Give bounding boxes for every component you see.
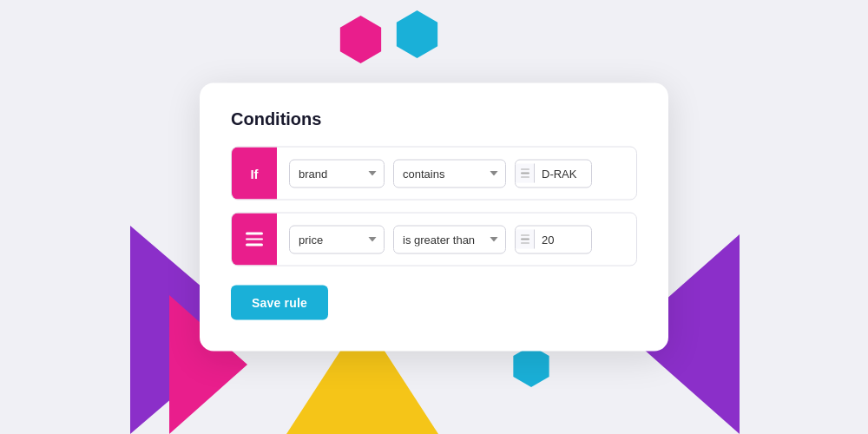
row1-value-wrapper bbox=[515, 159, 592, 187]
row1-operator-select[interactable]: contains equals starts with ends with bbox=[393, 159, 506, 187]
row1-field-select[interactable]: brand price category name bbox=[289, 159, 385, 187]
menu-badge bbox=[232, 214, 277, 266]
row2-field-select[interactable]: brand price category name bbox=[289, 225, 385, 253]
row2-controls: brand price category name is greater tha… bbox=[277, 214, 636, 264]
row2-operator-select[interactable]: is greater than is less than equals cont… bbox=[393, 225, 506, 253]
conditions-card: Conditions If brand price category name … bbox=[200, 83, 668, 352]
hex-blue-top-shape bbox=[393, 10, 441, 58]
if-badge: If bbox=[232, 148, 277, 200]
row2-value-wrapper bbox=[515, 225, 592, 253]
row1-controls: brand price category name contains equal… bbox=[277, 148, 636, 198]
row2-drag-handle[interactable] bbox=[516, 229, 535, 249]
row2-value-input[interactable] bbox=[535, 226, 591, 253]
card-title: Conditions bbox=[231, 109, 637, 129]
hamburger-icon bbox=[246, 233, 263, 247]
condition-row-2: brand price category name is greater tha… bbox=[231, 213, 637, 266]
row1-drag-handle[interactable] bbox=[516, 163, 535, 183]
row1-value-input[interactable] bbox=[535, 160, 591, 187]
save-rule-button[interactable]: Save rule bbox=[231, 286, 328, 320]
condition-row-1: If brand price category name contains eq… bbox=[231, 147, 637, 201]
hex-pink-shape bbox=[337, 16, 385, 63]
hex-blue-bottom-shape bbox=[510, 345, 552, 387]
